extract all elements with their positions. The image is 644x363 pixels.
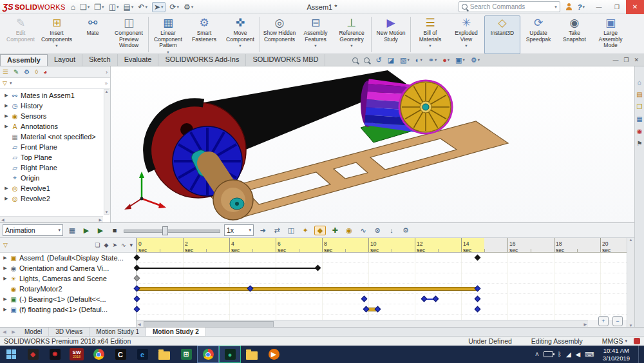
- gold-fan-disc[interactable]: [399, 81, 452, 133]
- feature-tree-item-material-not-specified[interactable]: ▦Material <not specified>: [0, 132, 110, 142]
- filter-results-icon[interactable]: ∿: [121, 242, 126, 248]
- login-icon[interactable]: [565, 3, 573, 10]
- options-icon[interactable]: ⚙▾: [184, 3, 193, 12]
- feature-tree-item-right-plane[interactable]: ▱Right Plane: [0, 162, 110, 173]
- animation-wizard-icon[interactable]: ✦: [300, 226, 310, 235]
- featuremanager-tab[interactable]: ☰: [3, 68, 8, 75]
- battery-icon[interactable]: [544, 351, 553, 357]
- expand-icon[interactable]: ▶: [3, 255, 8, 260]
- help-icon[interactable]: ?▾: [578, 3, 585, 11]
- motion-settings-icon[interactable]: ⚙: [401, 226, 411, 235]
- tab-assembly[interactable]: Assembly: [0, 54, 48, 66]
- file-explorer[interactable]: [153, 346, 175, 363]
- display-style-icon[interactable]: ◐▾: [415, 56, 422, 64]
- keyboard-icon[interactable]: ⌨: [585, 351, 594, 358]
- task-pane-file-explorer-icon[interactable]: ❐: [637, 104, 643, 110]
- rebuild-icon[interactable]: ⟳▾: [170, 3, 180, 12]
- timeline-track[interactable]: [137, 263, 627, 273]
- scroll-down-icon[interactable]: ▼: [105, 210, 109, 214]
- keyframe-blue[interactable]: [475, 296, 481, 302]
- exploded-view-button[interactable]: ✳Exploded View▾: [448, 15, 484, 54]
- doc-close-icon[interactable]: ✕: [634, 57, 639, 63]
- start-button[interactable]: [0, 346, 22, 363]
- tab-sketch[interactable]: Sketch: [82, 54, 118, 66]
- inst-ant3d-button[interactable]: ◇Inst​ant3D: [484, 15, 520, 54]
- assembly-features-button[interactable]: ⊟Assembly Features▾: [298, 15, 334, 54]
- reciprocate-icon[interactable]: ⇄: [272, 226, 282, 235]
- timeline-scroll-left-icon[interactable]: ◀: [138, 322, 141, 326]
- filter-animated-icon[interactable]: ❏: [95, 242, 100, 248]
- keyframe-blue[interactable]: [433, 296, 439, 302]
- component-preview-window-button[interactable]: ◫Component Preview Window: [111, 15, 147, 54]
- timeline-track[interactable]: [137, 253, 627, 263]
- network-icon[interactable]: ◢: [566, 351, 571, 358]
- expand-icon[interactable]: ▶: [4, 103, 9, 108]
- timeline-bar-line-black[interactable]: [137, 268, 317, 269]
- expand-icon[interactable]: ▶: [3, 276, 8, 281]
- playback-speed-select[interactable]: 1x▾: [224, 224, 254, 236]
- feature-tree-item-sensors[interactable]: ▶◉Sensors: [0, 111, 110, 121]
- tree-vertical-scrollbar[interactable]: ▲ ▼: [104, 89, 109, 215]
- feature-tree-item-history[interactable]: ▶◷History: [0, 101, 110, 111]
- large-assembly-mode-button[interactable]: ▣Large Assembly Mode: [592, 15, 629, 54]
- expand-icon[interactable]: ▶: [3, 297, 8, 302]
- keyframe-black[interactable]: [475, 255, 481, 261]
- study-type-select[interactable]: Animation ▾: [3, 224, 63, 236]
- app-excel[interactable]: ⊞: [175, 346, 197, 363]
- task-pane-appearances-icon[interactable]: ◉: [637, 128, 643, 135]
- mate-button[interactable]: ⚯Mate: [75, 15, 111, 54]
- playback-mode-icon[interactable]: ➜: [258, 226, 268, 235]
- motion-filter-funnel-icon[interactable]: ▽: [3, 242, 8, 248]
- filter-chevron-icon[interactable]: ▾: [10, 81, 12, 86]
- expand-icon[interactable]: ▶: [4, 93, 9, 98]
- apply-scene-icon[interactable]: ▣▾: [455, 56, 465, 64]
- task-pane-custom-properties-icon[interactable]: ⚑: [637, 141, 643, 147]
- play-icon[interactable]: ▶: [95, 226, 106, 235]
- scroll-right-icon[interactable]: ▶: [99, 217, 102, 222]
- filter-more-icon[interactable]: »: [105, 81, 108, 86]
- bluetooth-icon[interactable]: ᛒ: [558, 351, 562, 358]
- tab-solidworks-mbd[interactable]: SOLIDWORKS MBD: [246, 54, 325, 66]
- autokey-icon[interactable]: ◆: [314, 226, 326, 235]
- motion-tree-item-bearing-1-default[interactable]: ▶▣(-) Bearing<1> (Default<<...: [0, 294, 136, 304]
- keyframe-blue[interactable]: [475, 306, 481, 313]
- expand-icon[interactable]: ▶: [3, 307, 8, 312]
- new-motion-study-button[interactable]: ▶New Motion Study: [373, 15, 409, 54]
- slider-thumb[interactable]: [162, 226, 168, 235]
- stop-icon[interactable]: ■: [109, 226, 120, 234]
- tab-scroll-left-icon[interactable]: ◀: [0, 328, 9, 336]
- feature-tree-item-front-plane[interactable]: ▱Front Plane: [0, 142, 110, 152]
- search-commands-input[interactable]: Search Commands ▾: [459, 1, 560, 12]
- linear-component-pattern-button[interactable]: ▦Linear Component Pattern▾: [150, 15, 186, 56]
- dimxpertmanager-tab[interactable]: ◊: [35, 68, 38, 75]
- tray-expand-icon[interactable]: ˄: [535, 351, 539, 358]
- show-desktop-button[interactable]: [638, 346, 641, 363]
- take-snapshot-button[interactable]: ◉Take Snapshot: [556, 15, 592, 54]
- scroll-up-icon[interactable]: ▲: [105, 90, 109, 93]
- motion-tree-item-f-floating-pad-1-defaul[interactable]: ▶▣(f) floating pad<1> (Defaul...: [0, 304, 136, 315]
- timeline-track[interactable]: [137, 284, 627, 294]
- feature-tree-item-origin[interactable]: ⌖Origin: [0, 173, 110, 183]
- assembly-3d-model[interactable]: [111, 66, 634, 222]
- timeline-tracks[interactable]: [137, 253, 627, 320]
- update-speedpak-button[interactable]: ⟳Update Speedpak: [520, 15, 556, 54]
- graphics-viewport[interactable]: [111, 66, 634, 222]
- app-tile-dark[interactable]: ◆: [22, 346, 44, 363]
- minimize-button[interactable]: —: [590, 0, 608, 14]
- add-key-icon[interactable]: ✚: [330, 226, 340, 235]
- feature-tree-item-top-plane[interactable]: ▱Top Plane: [0, 152, 110, 162]
- motion-tree-item-orientation-and-camera-vi[interactable]: ▶◉Orientation and Camera Vi...: [0, 263, 136, 273]
- zoom-area-icon[interactable]: [364, 57, 370, 63]
- displaymanager-tab[interactable]: ◕: [43, 68, 47, 75]
- timeline-zoom-in-icon[interactable]: +: [598, 316, 609, 326]
- new-document-icon[interactable]: ❏▾: [80, 3, 90, 12]
- insert-components-button[interactable]: ⊞Insert Components▾: [39, 15, 75, 54]
- filter-selected-icon[interactable]: ➤: [112, 242, 117, 248]
- gravity-icon[interactable]: ↓: [386, 226, 397, 234]
- filter-driving-icon[interactable]: ◆: [104, 242, 108, 248]
- feature-tree-item-annotations[interactable]: ▶AAnnotations: [0, 121, 110, 132]
- view-settings-icon[interactable]: ⚙▾: [471, 56, 480, 64]
- maximize-button[interactable]: ❐: [608, 0, 626, 14]
- feature-tree-item-revolve1[interactable]: ▶◎Revolve1: [0, 183, 110, 193]
- zoom-fit-icon[interactable]: [352, 57, 358, 63]
